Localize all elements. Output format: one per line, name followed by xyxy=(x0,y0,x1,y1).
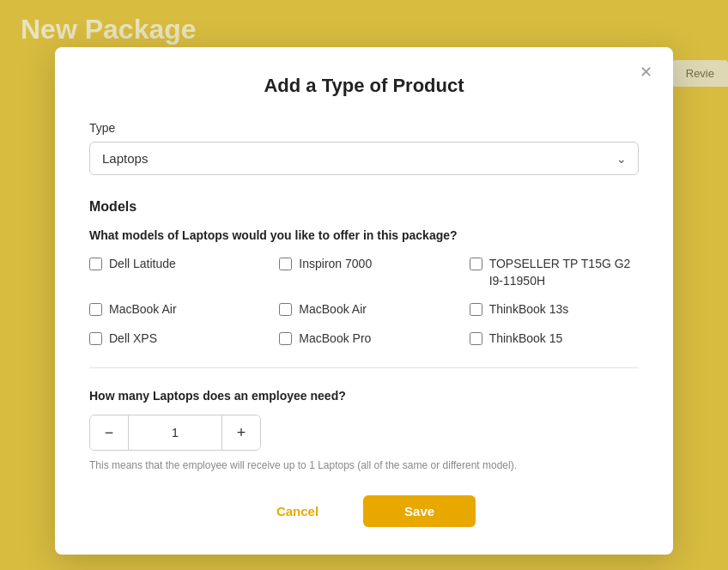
model-checkbox-macbook-air-2[interactable] xyxy=(279,303,292,316)
model-item-dell-latitude[interactable]: Dell Latitude xyxy=(89,256,258,289)
quantity-decrement-button[interactable]: − xyxy=(90,415,128,450)
modal-dialog: ✕ Add a Type of Product Type Laptops Des… xyxy=(55,47,673,555)
model-checkbox-inspiron-7000[interactable] xyxy=(279,258,292,270)
model-label-topseller-tp: TOPSELLER TP T15G G2 I9-11950H xyxy=(489,256,639,289)
save-button[interactable]: Save xyxy=(363,495,476,527)
model-label-thinkbook-13s: ThinkBook 13s xyxy=(489,301,569,318)
quantity-value: 1 xyxy=(128,415,222,450)
type-select[interactable]: Laptops Desktops Monitors Phones xyxy=(89,142,639,175)
model-item-dell-xps[interactable]: Dell XPS xyxy=(89,330,258,348)
modal-overlay: ✕ Add a Type of Product Type Laptops Des… xyxy=(0,0,728,570)
model-checkbox-dell-xps[interactable] xyxy=(89,332,102,345)
cancel-button[interactable]: Cancel xyxy=(252,495,343,527)
models-question: What models of Laptops would you like to… xyxy=(89,228,639,242)
close-button[interactable]: ✕ xyxy=(636,61,656,83)
model-item-thinkbook-13s[interactable]: ThinkBook 13s xyxy=(470,301,639,318)
models-grid: Dell Latitude Inspiron 7000 TOPSELLER TP… xyxy=(89,256,639,347)
model-label-macbook-air-1: MacBook Air xyxy=(109,301,177,318)
model-label-macbook-pro: MacBook Pro xyxy=(299,330,371,348)
model-checkbox-thinkbook-15[interactable] xyxy=(470,332,482,345)
model-checkbox-thinkbook-13s[interactable] xyxy=(470,303,482,316)
model-label-thinkbook-15: ThinkBook 15 xyxy=(489,330,563,348)
quantity-control: − 1 + xyxy=(89,415,261,451)
model-item-thinkbook-15[interactable]: ThinkBook 15 xyxy=(470,330,639,348)
model-label-dell-xps: Dell XPS xyxy=(109,330,157,348)
model-item-topseller-tp[interactable]: TOPSELLER TP T15G G2 I9-11950H xyxy=(470,256,639,289)
type-select-wrapper: Laptops Desktops Monitors Phones ⌄ xyxy=(89,142,639,175)
quantity-hint: This means that the employee will receiv… xyxy=(89,459,639,471)
model-item-macbook-air-2[interactable]: MacBook Air xyxy=(279,301,448,318)
model-checkbox-topseller-tp[interactable] xyxy=(470,258,482,270)
model-label-inspiron-7000: Inspiron 7000 xyxy=(299,256,372,273)
model-label-dell-latitude: Dell Latitude xyxy=(109,256,176,273)
model-checkbox-macbook-air-1[interactable] xyxy=(89,303,102,316)
model-checkbox-dell-latitude[interactable] xyxy=(89,258,102,270)
modal-title: Add a Type of Product xyxy=(89,75,639,97)
section-divider xyxy=(89,367,639,368)
modal-footer: Cancel Save xyxy=(89,495,639,527)
model-item-macbook-air-1[interactable]: MacBook Air xyxy=(89,301,258,318)
model-label-macbook-air-2: MacBook Air xyxy=(299,301,367,318)
models-section-title: Models xyxy=(89,199,639,215)
model-checkbox-macbook-pro[interactable] xyxy=(279,332,292,345)
quantity-question: How many Laptops does an employee need? xyxy=(89,389,639,403)
quantity-increment-button[interactable]: + xyxy=(222,415,260,450)
type-field-label: Type xyxy=(89,121,639,135)
model-item-inspiron-7000[interactable]: Inspiron 7000 xyxy=(279,256,448,289)
model-item-macbook-pro[interactable]: MacBook Pro xyxy=(279,330,448,348)
